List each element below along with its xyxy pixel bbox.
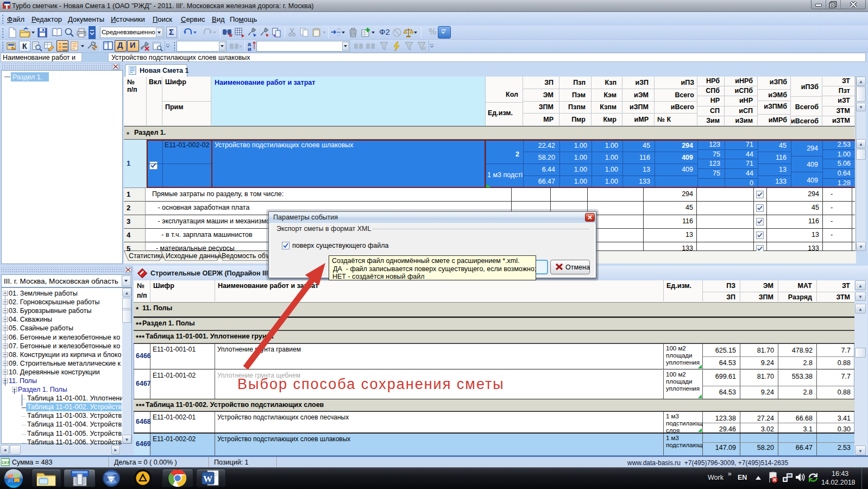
svg-text:W: W	[203, 474, 212, 484]
svg-text:DEP: DEP	[2, 460, 10, 465]
